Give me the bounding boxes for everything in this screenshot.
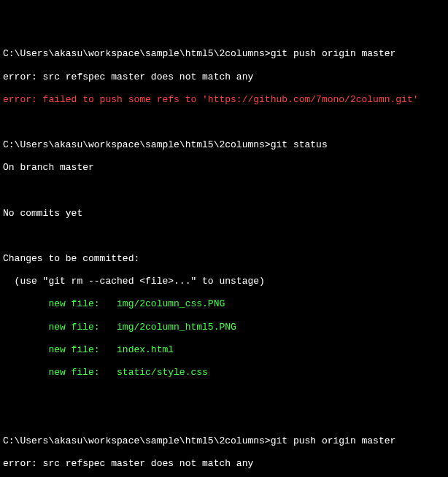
- command: git push origin master: [271, 435, 396, 446]
- status-branch: On branch master: [3, 162, 445, 174]
- prompt: C:\Users\akasu\workspace\sample\html5\2c…: [3, 435, 271, 446]
- command: git status: [271, 139, 328, 150]
- command: git push origin master: [271, 48, 396, 59]
- status-file: new file: img/2column_html5.PNG: [3, 322, 445, 333]
- error-refspec: error: src refspec master does not match…: [3, 458, 445, 470]
- status-file: new file: img/2column_css.PNG: [3, 298, 445, 310]
- status-nocommits: No commits yet: [3, 208, 445, 220]
- status-changes-header: Changes to be committed:: [3, 253, 445, 265]
- status-file: new file: static/style.css: [3, 367, 445, 379]
- error-refspec: error: src refspec master does not match…: [3, 71, 445, 83]
- prompt: C:\Users\akasu\workspace\sample\html5\2c…: [3, 48, 271, 59]
- error-failed-suffix: ': [413, 94, 419, 105]
- error-failed-prefix: error: failed to push some refs to ': [3, 94, 208, 105]
- error-url: https://github.com/7mono/2column.git: [208, 94, 413, 105]
- prompt: C:\Users\akasu\workspace\sample\html5\2c…: [3, 139, 271, 150]
- status-file: new file: index.html: [3, 344, 445, 356]
- status-hint: (use "git rm --cached <file>..." to unst…: [3, 276, 445, 287]
